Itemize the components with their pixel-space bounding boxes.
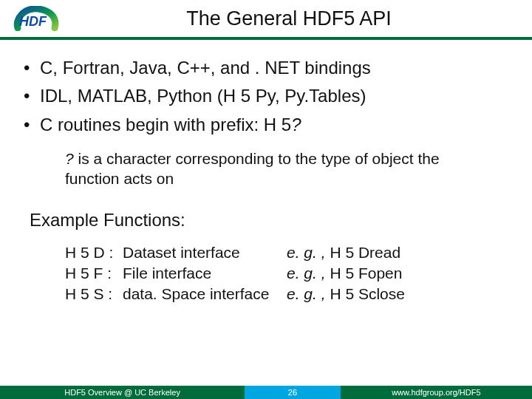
func-example: e. g. , H 5 Sclose <box>287 284 511 304</box>
bullet-list: C, Fortran, Java, C++, and . NET binding… <box>21 56 511 137</box>
slide-body: C, Fortran, Java, C++, and . NET binding… <box>0 40 532 386</box>
footer: HDF5 Overview @ UC Berkeley 26 www.hdfgr… <box>0 386 532 399</box>
header: HDF The General HDF5 API <box>0 0 532 35</box>
func-example: e. g. , H 5 Fopen <box>287 263 511 284</box>
subnote-text: is a character corresponding to the type… <box>65 150 440 187</box>
bullet-item: IDL, MATLAB, Python (H 5 Py, Py.Tables) <box>21 84 511 108</box>
func-desc: Dataset interface <box>123 242 287 263</box>
function-row: H 5 S : data. Space interface e. g. , H … <box>65 284 511 304</box>
bullet-italic: ? <box>291 115 301 134</box>
func-code: H 5 S : <box>65 284 123 304</box>
subnote: ? is a character corresponding to the ty… <box>65 149 494 189</box>
bullet-text: C routines begin with prefix: H 5 <box>40 115 291 134</box>
func-code: H 5 D : <box>65 242 123 263</box>
bullet-item: C routines begin with prefix: H 5? <box>21 113 511 137</box>
footer-page-number: 26 <box>245 386 341 399</box>
footer-url: www.hdfgroup.org/HDF5 <box>341 386 532 399</box>
slide-title: The General HDF5 API <box>59 7 519 30</box>
func-example: e. g. , H 5 Dread <box>287 242 511 263</box>
functions-block: H 5 D : Dataset interface e. g. , H 5 Dr… <box>65 242 511 305</box>
examples-heading: Example Functions: <box>30 210 511 231</box>
func-desc: File interface <box>123 263 287 284</box>
bullet-text: C, Fortran, Java, C++, and . NET binding… <box>40 58 371 78</box>
subnote-italic: ? <box>65 150 74 167</box>
bullet-text: IDL, MATLAB, Python (H 5 Py, Py.Tables) <box>40 86 366 106</box>
func-code: H 5 F : <box>65 263 123 284</box>
slide: HDF The General HDF5 API C, Fortran, Jav… <box>0 0 532 399</box>
footer-left: HDF5 Overview @ UC Berkeley <box>0 386 245 399</box>
function-row: H 5 F : File interface e. g. , H 5 Fopen <box>65 263 511 284</box>
bullet-item: C, Fortran, Java, C++, and . NET binding… <box>21 56 511 80</box>
function-row: H 5 D : Dataset interface e. g. , H 5 Dr… <box>65 242 511 263</box>
func-desc: data. Space interface <box>123 284 287 304</box>
hdf-logo-icon: HDF <box>13 6 59 31</box>
svg-text:HDF: HDF <box>19 14 47 29</box>
